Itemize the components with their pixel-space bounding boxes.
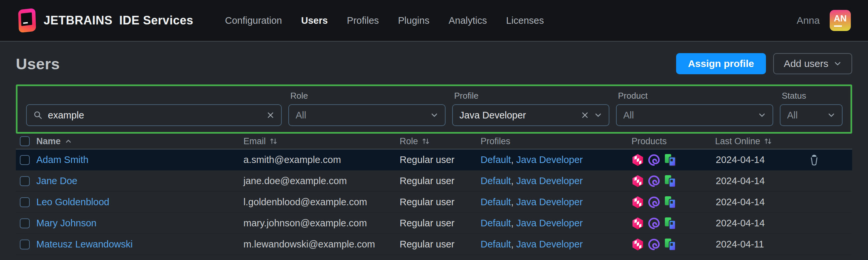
profiles-separator: , xyxy=(511,239,516,250)
table-row[interactable]: Mary Johnson mary.johnson@example.com Re… xyxy=(16,213,852,234)
row-checkbox[interactable] xyxy=(20,197,30,207)
last-online-date: 2024-04-11 xyxy=(715,239,803,250)
user-name-link[interactable]: Mary Johnson xyxy=(36,218,96,229)
role-filter-select[interactable]: All xyxy=(288,104,445,126)
user-role: Regular user xyxy=(400,175,480,187)
jetbrains-logo-icon[interactable] xyxy=(18,8,36,33)
assign-profile-button[interactable]: Assign profile xyxy=(676,53,766,74)
profiles-separator: , xyxy=(511,218,516,229)
add-users-button[interactable]: Add users xyxy=(773,53,852,74)
row-checkbox[interactable] xyxy=(20,239,30,250)
page-title: Users xyxy=(16,55,60,73)
profile-link-default[interactable]: Default xyxy=(480,175,511,187)
add-users-button-label: Add users xyxy=(784,58,828,69)
nav-item-profiles[interactable]: Profiles xyxy=(347,15,379,26)
row-checkbox[interactable] xyxy=(20,155,30,165)
user-email: a.smith@example.com xyxy=(243,154,400,165)
chevron-down-icon xyxy=(430,111,438,119)
app-window: JETBRAINS IDE Services Configuration Use… xyxy=(0,0,868,260)
pycharm-icon xyxy=(664,196,676,208)
user-role: Regular user xyxy=(400,197,480,207)
column-header-role[interactable]: Role xyxy=(400,136,480,147)
filters-panel: example Role All Profile Java Developer xyxy=(16,85,852,134)
user-name-link[interactable]: Leo Goldenblood xyxy=(36,197,109,207)
status-filter-label: Status xyxy=(782,91,843,101)
search-input-value[interactable]: example xyxy=(48,110,84,121)
chevron-down-icon xyxy=(758,111,766,119)
profile-link-java-developer[interactable]: Java Developer xyxy=(516,197,583,207)
profile-link-default[interactable]: Default xyxy=(480,197,511,207)
page-header: Users Assign profile Add users xyxy=(16,53,852,74)
sort-icon xyxy=(422,137,429,145)
search-field[interactable]: example xyxy=(26,104,282,126)
nav-item-configuration[interactable]: Configuration xyxy=(225,15,282,26)
intellij-idea-icon xyxy=(631,217,644,230)
user-role: Regular user xyxy=(400,218,480,229)
table-row[interactable]: Jane Doe jane.doe@example.com Regular us… xyxy=(16,171,852,192)
account-area: Anna AN xyxy=(797,10,851,31)
nav-item-plugins[interactable]: Plugins xyxy=(398,15,429,26)
profile-link-java-developer[interactable]: Java Developer xyxy=(516,175,583,187)
jetbrains-logo-underscore xyxy=(23,22,28,24)
role-filter-value: All xyxy=(296,110,306,121)
profile-link-default[interactable]: Default xyxy=(480,239,511,250)
sort-ascending-icon xyxy=(65,138,72,145)
last-online-date: 2024-04-14 xyxy=(715,218,803,229)
intellij-idea-icon xyxy=(631,196,644,208)
user-role: Regular user xyxy=(400,154,480,165)
user-name-link[interactable]: Mateusz Lewandowski xyxy=(36,239,133,250)
nav-item-analytics[interactable]: Analytics xyxy=(448,15,487,26)
profile-filter-select[interactable]: Java Developer xyxy=(452,104,609,126)
profiles-separator: , xyxy=(511,197,516,207)
profile-filter-clear-icon[interactable] xyxy=(581,111,589,119)
user-email: l.goldenblood@example.com xyxy=(243,197,400,207)
jetbrains-logo-inner-square xyxy=(21,12,32,26)
phpstorm-icon xyxy=(648,217,660,230)
column-header-profiles: Profiles xyxy=(480,136,631,147)
status-filter-value: All xyxy=(787,110,798,121)
profile-link-default[interactable]: Default xyxy=(480,218,511,229)
product-filter-select[interactable]: All xyxy=(616,104,773,126)
profiles-separator: , xyxy=(511,175,516,187)
status-filter-select[interactable]: All xyxy=(780,104,843,126)
chevron-down-icon xyxy=(594,111,602,119)
profile-link-java-developer[interactable]: Java Developer xyxy=(516,218,583,229)
delete-user-button[interactable] xyxy=(808,154,820,166)
row-checkbox[interactable] xyxy=(20,176,30,186)
profiles-separator: , xyxy=(511,154,516,165)
search-clear-icon[interactable] xyxy=(267,111,275,119)
phpstorm-icon xyxy=(648,238,660,251)
role-filter-label: Role xyxy=(290,91,445,101)
select-all-checkbox[interactable] xyxy=(20,136,30,146)
column-header-products: Products xyxy=(631,136,715,147)
intellij-idea-icon xyxy=(631,238,644,251)
intellij-idea-icon xyxy=(631,175,644,187)
profile-link-java-developer[interactable]: Java Developer xyxy=(516,239,583,250)
row-checkbox[interactable] xyxy=(20,219,30,228)
nav-item-licenses[interactable]: Licenses xyxy=(506,15,544,26)
column-header-email[interactable]: Email xyxy=(243,136,400,147)
last-online-date: 2024-04-14 xyxy=(715,154,803,165)
column-header-name[interactable]: Name xyxy=(36,136,243,147)
sort-icon xyxy=(764,137,772,145)
nav-item-users[interactable]: Users xyxy=(301,15,328,26)
table-header-row: Name Email Role Profiles Products xyxy=(16,134,852,150)
users-table: Name Email Role Profiles Products xyxy=(16,134,852,255)
phpstorm-icon xyxy=(648,154,660,166)
user-email: m.lewandowski@example.com xyxy=(243,239,400,250)
user-name-link[interactable]: Adam Smith xyxy=(36,154,89,165)
profile-link-java-developer[interactable]: Java Developer xyxy=(516,154,583,165)
column-header-last-online[interactable]: Last Online xyxy=(715,136,803,147)
table-row[interactable]: Adam Smith a.smith@example.com Regular u… xyxy=(16,150,852,171)
avatar-initials: AN xyxy=(834,14,847,23)
user-role: Regular user xyxy=(400,239,480,250)
table-row[interactable]: Leo Goldenblood l.goldenblood@example.co… xyxy=(16,192,852,213)
user-email: jane.doe@example.com xyxy=(243,175,400,187)
pycharm-icon xyxy=(664,175,676,187)
pycharm-icon xyxy=(664,217,676,230)
avatar[interactable]: AN xyxy=(830,10,851,31)
profile-link-default[interactable]: Default xyxy=(480,154,511,165)
user-name-link[interactable]: Jane Doe xyxy=(36,175,77,187)
table-row[interactable]: Mateusz Lewandowski m.lewandowski@exampl… xyxy=(16,234,852,255)
product-filter-value: All xyxy=(623,110,634,121)
